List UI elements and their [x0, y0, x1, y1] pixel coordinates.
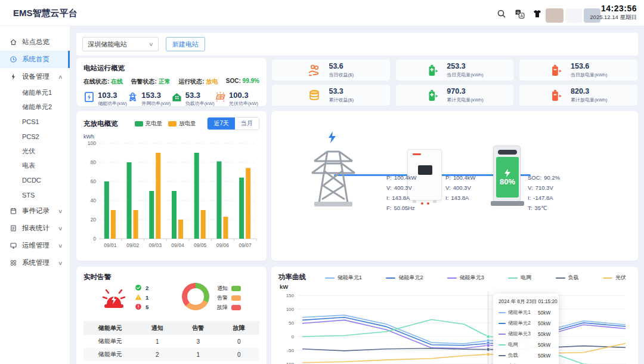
realtime-alarm-panel: 实时告警 2 1 5 通知 告警 故障 [76, 267, 267, 364]
alarm-count: 1 [135, 292, 148, 302]
legend-swatch [499, 344, 506, 346]
tooltip-series-value: 50kW [538, 342, 550, 348]
battery-discharge-icon [550, 89, 563, 102]
flow-metric: T:35℃ [528, 203, 560, 213]
legend-swatch [325, 277, 335, 279]
legend-item: 通知 [217, 283, 241, 293]
stat-card: 970.3 累计充电量(kWh) [395, 84, 515, 106]
sidebar-item-system-home[interactable]: 系统首页 [0, 51, 70, 68]
stat-value: 970.3 [447, 88, 483, 95]
legend-item[interactable]: 放电量 [168, 120, 196, 128]
theme-icon[interactable] [531, 7, 544, 20]
stat-value: 253.3 [447, 63, 483, 70]
sidebar-item-pv[interactable]: 光伏 [0, 144, 70, 159]
legend-label: 告警 [217, 294, 228, 302]
svg-text:0: 0 [292, 334, 295, 340]
metric-value: 53.3 [185, 91, 215, 99]
legend-item[interactable]: 电网 [508, 274, 531, 282]
svg-text:0: 0 [93, 236, 96, 242]
table-row: 储能单元210 [83, 348, 259, 361]
alarm-count-value: 2 [145, 285, 148, 291]
flow-metric: F:50.05Hz [386, 203, 416, 213]
tooltip-series-value: 50kW [538, 310, 550, 316]
sidebar-item-ess-unit-2[interactable]: 储能单元2 [0, 100, 70, 115]
svg-text:-100: -100 [284, 362, 295, 364]
metric-label: 并网功率(kW) [141, 100, 171, 107]
plant-overview-panel: 电站运行概览 在线状态: 在线告警状态: 正常运行状态: 放电SOC: 99.9… [76, 58, 267, 106]
legend-label: 储能单元2 [398, 274, 423, 282]
battery-soc-display: 80% [500, 177, 515, 186]
svg-text:09/01: 09/01 [104, 242, 117, 248]
sidebar-item-sts[interactable]: STS [0, 188, 70, 203]
sidebar-item-om-management[interactable]: 运维管理∨ [0, 237, 70, 254]
tooltip-series-name: 电网 [508, 341, 535, 348]
table-cell: 0 [218, 335, 259, 348]
legend-item[interactable]: 充电量 [135, 120, 163, 128]
avatar[interactable] [546, 8, 564, 23]
svg-text:150: 150 [286, 293, 295, 298]
y-axis-unit: kW [280, 283, 288, 290]
table-cell: 1 [178, 361, 219, 364]
sidebar-item-label: 站点总览 [22, 38, 49, 47]
tab-this-month[interactable]: 当月 [235, 118, 259, 129]
sidebar-item-label: 事件记录 [22, 206, 49, 215]
search-icon[interactable] [495, 7, 508, 20]
line-chart: 150100500-50-100 [274, 291, 630, 364]
legend-item[interactable]: 储能单元1 [325, 274, 362, 282]
legend-item[interactable]: 负载 [556, 274, 579, 282]
new-station-button[interactable]: 新建电站 [166, 37, 205, 51]
bolt-icon [10, 73, 17, 81]
legend-swatch [386, 277, 395, 279]
flow-metric: I:143.8A [386, 193, 416, 203]
battery-cabinet-icon [83, 91, 95, 103]
flow-metric: P:100.4kW [445, 172, 475, 183]
flow-metric: V:400.3V [386, 183, 416, 193]
tooltip-series-value: 50kW [538, 331, 550, 337]
warning-icon [135, 294, 142, 301]
sidebar-item-system-management[interactable]: 系统管理∨ [0, 254, 70, 272]
legend-item[interactable]: 光伏 [603, 274, 626, 282]
legend-label: 光伏 [615, 274, 626, 282]
tooltip-series-name: 储能单元3 [508, 331, 535, 337]
legend-item[interactable]: 储能单元2 [386, 274, 423, 282]
metric-value: 100.3 [229, 91, 258, 99]
sidebar-item-dcdc[interactable]: DCDC [0, 173, 70, 188]
table-cell: 3 [178, 335, 219, 348]
legend-swatch [499, 334, 506, 335]
table-header: 故障 [218, 321, 259, 335]
charge-overview-panel: 充放电概览 充电量 放电量 近7天当月 kWh 02040608010009/0… [76, 111, 267, 261]
metric-value: 103.3 [98, 91, 127, 99]
sidebar-item-device-management[interactable]: 设备管理∧ [0, 68, 70, 85]
legend-swatch [499, 355, 506, 356]
translate-icon[interactable]: 文A [513, 7, 526, 20]
bar-chart: 02040608010009/0109/0209/0309/0409/0509/… [83, 140, 259, 254]
metric-item: 103.3 储能功率(kW) [83, 91, 127, 107]
svg-text:09/02: 09/02 [126, 242, 140, 248]
svg-text:A: A [520, 13, 523, 17]
metric-item: 53.3 负载功率(kW) [171, 91, 215, 107]
metric-label: 负载功率(kW) [185, 100, 215, 107]
station-select[interactable]: 深圳储能电站 ∨ [82, 37, 159, 51]
coins-icon [308, 89, 321, 102]
sidebar-item-event-records[interactable]: 事件记录∨ [0, 202, 70, 220]
tooltip-timestamp: 2024 年 8月 23日 01:15:20 [499, 298, 553, 305]
main-content: 深圳储能电站 ∨ 新建电站 电站运行概览 在线状态: 在线告警状态: 正常运行状… [70, 26, 644, 364]
legend-swatch [499, 312, 506, 313]
table-row: 储能单元130 [83, 335, 259, 348]
sidebar-item-meter[interactable]: 电表 [0, 159, 70, 174]
sidebar-item-pcs1[interactable]: PCS1 [0, 115, 70, 129]
legend-item[interactable]: 储能单元3 [447, 274, 484, 282]
stat-value: 820.3 [571, 88, 607, 95]
sidebar-item-pcs2[interactable]: PCS2 [0, 129, 70, 144]
svg-text:09/06: 09/06 [216, 242, 230, 248]
svg-text:80: 80 [91, 159, 97, 165]
sidebar-item-site-overview[interactable]: 站点总览 [0, 33, 70, 51]
home-icon [10, 38, 17, 46]
svg-text:100: 100 [286, 307, 295, 312]
sidebar-item-report-statistics[interactable]: 报表统计∨ [0, 220, 70, 237]
tooltip-row: 储能单元1 50kW [499, 309, 553, 316]
sidebar-item-ess-unit-1[interactable]: 储能单元1 [0, 85, 70, 100]
tab-last-7-days[interactable]: 近7天 [208, 118, 235, 129]
legend-swatch [168, 121, 177, 127]
chart-tooltip: 2024 年 8月 23日 01:15:20 储能单元1 50kW 储能单元2 … [493, 294, 559, 364]
